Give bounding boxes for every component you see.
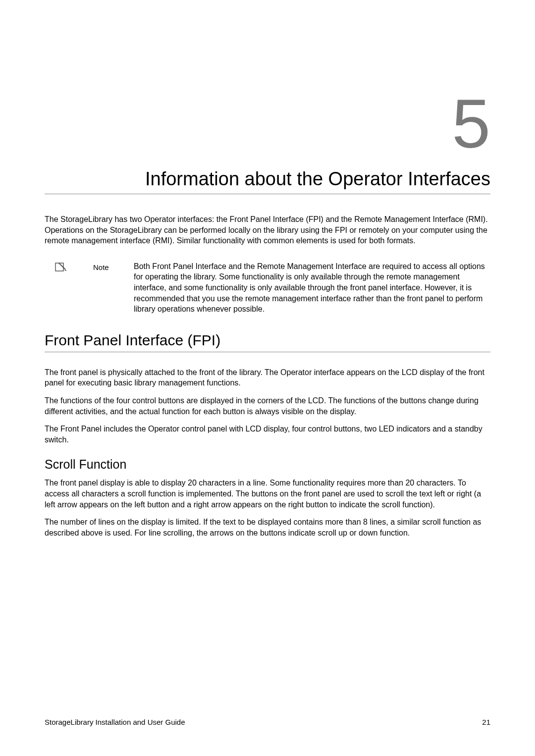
svg-line-1	[60, 264, 65, 270]
footer-doc-title: StorageLibrary Installation and User Gui…	[45, 718, 185, 726]
chapter-number: 5	[45, 89, 490, 159]
intro-paragraph: The StorageLibrary has two Operator inte…	[45, 214, 490, 246]
scroll-para-2: The number of lines on the display is li…	[45, 517, 490, 538]
fpi-para-2: The functions of the four control button…	[45, 395, 490, 417]
note-pencil-icon	[54, 261, 68, 273]
svg-point-3	[59, 263, 60, 264]
footer-page-number: 21	[482, 718, 490, 726]
note-block: Note Both Front Panel Interface and the …	[45, 261, 490, 315]
svg-marker-2	[64, 270, 67, 271]
note-left: Note	[54, 261, 134, 315]
scroll-para-1: The front panel display is able to displ…	[45, 478, 490, 510]
fpi-para-1: The front panel is physically attached t…	[45, 367, 490, 388]
note-text: Both Front Panel Interface and the Remot…	[134, 261, 490, 315]
section-fpi-heading: Front Panel Interface (FPI)	[45, 332, 490, 352]
note-label: Note	[93, 261, 109, 271]
page-footer: StorageLibrary Installation and User Gui…	[45, 718, 490, 726]
chapter-title: Information about the Operator Interface…	[45, 168, 490, 194]
section-scroll-heading: Scroll Function	[45, 457, 490, 472]
fpi-para-3: The Front Panel includes the Operator co…	[45, 424, 490, 445]
